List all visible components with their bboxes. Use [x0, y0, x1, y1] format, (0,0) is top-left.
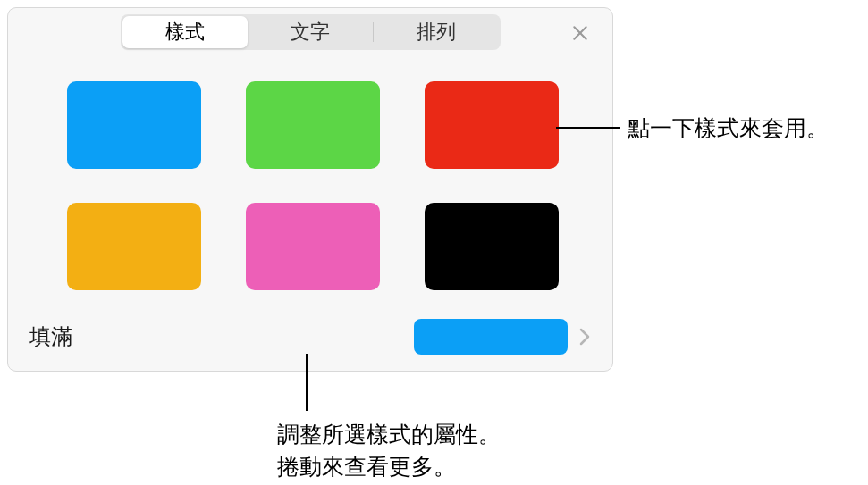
close-button[interactable]: [568, 21, 593, 46]
style-swatch-orange[interactable]: [67, 203, 201, 290]
style-swatch-grid: [8, 56, 612, 308]
style-swatch-blue[interactable]: [67, 81, 201, 169]
segmented-control: 樣式 文字 排列: [121, 14, 501, 50]
chevron-right-icon: [578, 327, 591, 347]
fill-row: 填滿: [8, 308, 612, 365]
callout-adjust-line2: 捲動來查看更多。: [277, 450, 501, 482]
tab-style[interactable]: 樣式: [122, 16, 248, 48]
fill-controls: [414, 319, 591, 355]
callout-adjust-line1: 調整所選樣式的屬性。: [277, 418, 501, 450]
style-swatch-red[interactable]: [425, 81, 559, 169]
tab-bar: 樣式 文字 排列: [8, 8, 612, 56]
close-icon: [571, 24, 589, 42]
callout-leader-2: [306, 354, 308, 411]
callout-apply-style: 點一下樣式來套用。: [628, 112, 829, 144]
style-swatch-green[interactable]: [246, 81, 380, 169]
fill-label: 填滿: [29, 322, 72, 351]
tab-text[interactable]: 文字: [248, 16, 373, 48]
style-swatch-black[interactable]: [425, 203, 559, 290]
format-panel: 樣式 文字 排列 填滿: [7, 7, 613, 372]
style-swatch-pink[interactable]: [246, 203, 380, 290]
fill-disclosure[interactable]: [578, 327, 591, 347]
fill-color-well[interactable]: [414, 319, 568, 355]
callout-leader-1: [556, 127, 620, 129]
tab-arrange[interactable]: 排列: [374, 16, 499, 48]
callout-adjust-properties: 調整所選樣式的屬性。 捲動來查看更多。: [277, 418, 501, 483]
